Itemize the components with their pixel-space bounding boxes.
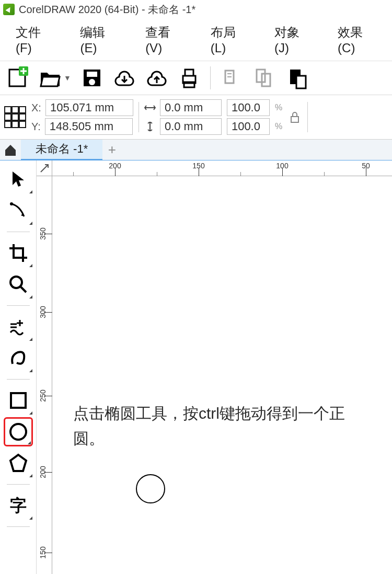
document-tab-active[interactable]: 未命名 -1* <box>21 140 102 160</box>
horizontal-ruler[interactable]: 200 150 100 50 <box>52 160 392 176</box>
menu-file[interactable]: 文件(F) <box>2 20 66 60</box>
scale-x-input[interactable]: 100.0 <box>227 99 270 116</box>
svg-marker-14 <box>10 455 26 471</box>
flyout-icon <box>29 474 32 477</box>
app-logo-icon <box>3 4 15 15</box>
property-bar: X: 105.071 mm Y: 148.505 mm 0.0 mm 0.0 m… <box>0 95 392 140</box>
svg-rect-2 <box>87 72 97 77</box>
object-height-input[interactable]: 0.0 mm <box>160 118 222 135</box>
svg-point-11 <box>10 277 22 288</box>
ruler-corner-icon[interactable] <box>37 160 52 176</box>
svg-rect-9 <box>291 117 298 122</box>
flyout-icon <box>29 222 32 225</box>
percent-label: % <box>275 122 282 131</box>
svg-rect-6 <box>262 74 270 86</box>
new-document-button[interactable] <box>6 66 29 89</box>
polygon-tool[interactable] <box>4 449 33 478</box>
prop-separator <box>139 102 139 132</box>
welcome-tab-icon[interactable] <box>0 143 21 157</box>
rectangle-tool[interactable] <box>4 386 33 415</box>
x-label: X: <box>31 102 41 114</box>
scale-y-input[interactable]: 100.0 <box>227 118 270 135</box>
clipboard-button[interactable] <box>285 66 308 89</box>
freehand-tool[interactable] <box>4 312 33 341</box>
open-dropdown-icon[interactable]: ▼ <box>64 74 71 82</box>
menu-object[interactable]: 对象(J) <box>261 20 324 60</box>
canvas-area: 200 150 100 50 350 300 250 200 150 点击椭圆工… <box>37 160 392 574</box>
text-tool[interactable]: 字 <box>4 491 33 520</box>
height-icon <box>144 122 156 131</box>
toolbar-separator <box>210 66 211 89</box>
svg-rect-12 <box>11 393 26 408</box>
instruction-text: 点击椭圆工具，按ctrl键拖动得到一个正圆。 <box>73 401 366 451</box>
shape-tool[interactable] <box>4 196 33 225</box>
menu-bar: 文件(F) 编辑(E) 查看(V) 布局(L) 对象(J) 效果(C) <box>0 19 392 61</box>
document-tabs: 未命名 -1* + <box>0 140 392 160</box>
flyout-icon <box>29 295 32 299</box>
tool-separator <box>7 484 30 485</box>
prop-separator <box>307 102 308 132</box>
object-width-input[interactable]: 0.0 mm <box>160 99 222 116</box>
workspace: 字 200 150 100 50 350 300 250 200 <box>0 160 392 574</box>
open-button[interactable] <box>39 66 62 89</box>
svg-rect-8 <box>296 76 306 88</box>
artistic-media-tool[interactable] <box>4 343 33 373</box>
menu-effects[interactable]: 效果(C) <box>324 20 390 60</box>
copy-properties-button[interactable] <box>220 66 243 89</box>
tool-separator <box>7 232 30 232</box>
flyout-icon <box>29 264 32 267</box>
pick-tool[interactable] <box>4 165 33 194</box>
drawn-circle[interactable] <box>136 474 165 503</box>
svg-text:字: 字 <box>10 496 27 515</box>
svg-point-13 <box>10 424 26 440</box>
menu-layout[interactable]: 布局(L) <box>197 20 261 60</box>
origin-anchor-icon[interactable] <box>4 106 26 128</box>
save-button[interactable] <box>80 66 103 89</box>
paste-properties-button[interactable] <box>252 66 275 89</box>
zoom-tool[interactable] <box>4 270 33 299</box>
flyout-icon <box>29 411 32 415</box>
drawing-canvas[interactable]: 点击椭圆工具，按ctrl键拖动得到一个正圆。 <box>52 176 392 574</box>
svg-rect-5 <box>257 70 265 82</box>
title-bar: CorelDRAW 2020 (64-Bit) - 未命名 -1* <box>0 0 392 19</box>
flyout-icon <box>29 369 32 372</box>
menu-edit[interactable]: 编辑(E) <box>66 20 132 60</box>
tool-separator <box>7 526 30 527</box>
ellipse-tool[interactable] <box>4 417 33 446</box>
cloud-download-button[interactable] <box>113 66 136 89</box>
svg-point-3 <box>89 79 95 85</box>
lock-ratio-icon[interactable] <box>287 110 302 124</box>
flyout-icon <box>28 441 31 444</box>
cloud-upload-button[interactable] <box>145 66 168 89</box>
object-y-input[interactable]: 148.505 mm <box>45 118 133 135</box>
crop-tool[interactable] <box>4 238 33 268</box>
print-button[interactable] <box>178 66 201 89</box>
vertical-ruler[interactable]: 350 300 250 200 150 <box>37 176 52 574</box>
new-tab-button[interactable]: + <box>102 142 121 158</box>
menu-view[interactable]: 查看(V) <box>132 20 197 60</box>
flyout-icon <box>29 516 32 520</box>
object-x-input[interactable]: 105.071 mm <box>45 99 133 116</box>
flyout-icon <box>29 338 32 341</box>
standard-toolbar: ▼ <box>0 61 392 95</box>
tool-separator <box>7 379 30 380</box>
tool-separator <box>7 305 30 306</box>
flyout-icon <box>29 190 32 193</box>
width-icon <box>144 103 156 112</box>
toolbox: 字 <box>0 160 37 574</box>
window-title: CorelDRAW 2020 (64-Bit) - 未命名 -1* <box>19 3 195 17</box>
svg-point-10 <box>10 202 13 205</box>
y-label: Y: <box>31 121 41 133</box>
percent-label: % <box>275 103 282 112</box>
